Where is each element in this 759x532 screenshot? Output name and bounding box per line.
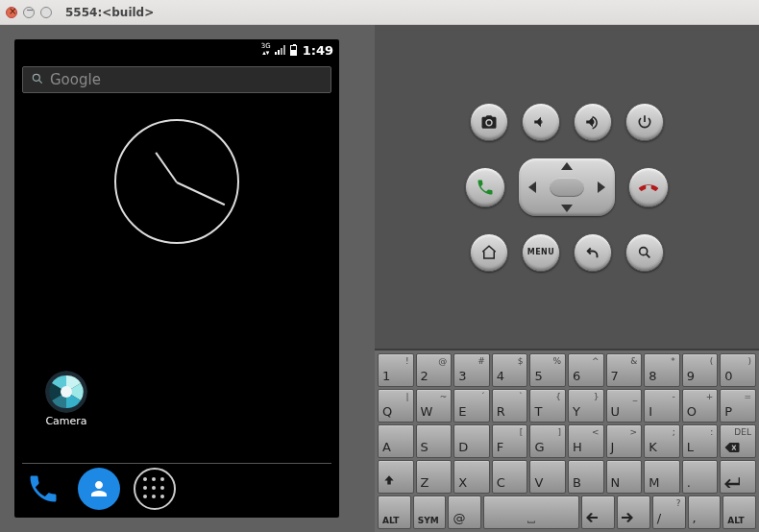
key-e[interactable]: E´ xyxy=(453,389,490,423)
key-j[interactable]: J> xyxy=(606,424,643,458)
end-call-button[interactable] xyxy=(628,167,669,207)
google-search-widget[interactable]: Google xyxy=(22,66,331,93)
key-c[interactable]: C xyxy=(492,460,528,494)
dpad-up[interactable] xyxy=(561,162,573,170)
analog-clock-widget[interactable] xyxy=(114,119,239,244)
emulator-frame: 3G▴▾ 1:49 Google xyxy=(0,25,375,532)
key-sym[interactable]: SYM xyxy=(413,496,447,529)
menu-button[interactable]: MENU xyxy=(522,233,560,272)
key-2[interactable]: 2@ xyxy=(416,353,453,387)
app-label: Camera xyxy=(45,415,87,427)
key-6[interactable]: 6^ xyxy=(568,353,604,387)
app-drawer-button[interactable] xyxy=(134,468,176,510)
emulator-side-panel: MENU 1!2@3#4$5%6^7&8*9(0) Q|W~E´R`T{Y}U_… xyxy=(375,25,759,532)
key-y[interactable]: Y} xyxy=(568,389,604,423)
dpad-right[interactable] xyxy=(598,181,605,193)
key-.[interactable]: . xyxy=(682,460,719,494)
dpad xyxy=(519,158,615,216)
svg-point-3 xyxy=(61,386,72,398)
network-type: 3G▴▾ xyxy=(261,43,271,57)
window-minimize-button[interactable] xyxy=(23,7,35,18)
key-f[interactable]: F[ xyxy=(492,424,528,458)
contacts-app[interactable] xyxy=(78,468,120,510)
key-4[interactable]: 4$ xyxy=(492,353,528,387)
key-b[interactable]: B xyxy=(568,460,604,494)
svg-line-1 xyxy=(38,80,41,83)
camera-icon xyxy=(45,371,87,413)
key-u[interactable]: U_ xyxy=(606,389,643,423)
key-/[interactable]: /? xyxy=(652,496,686,529)
key-z[interactable]: Z xyxy=(416,460,453,494)
key-n[interactable]: N xyxy=(606,460,643,494)
key-8[interactable]: 8* xyxy=(644,353,680,387)
call-button[interactable] xyxy=(465,167,505,207)
key-r[interactable]: R` xyxy=(492,389,528,423)
key-i[interactable]: I- xyxy=(644,389,680,423)
key-shift[interactable] xyxy=(378,460,414,494)
window-titlebar: 5554:<build> xyxy=(0,0,759,25)
key-l[interactable]: L: xyxy=(682,424,719,458)
key-x[interactable]: X xyxy=(453,460,490,494)
key-0[interactable]: 0) xyxy=(720,353,756,387)
volume-up-button[interactable] xyxy=(574,103,612,141)
svg-line-7 xyxy=(647,254,650,257)
window-title: 5554:<build> xyxy=(65,6,154,19)
hardware-buttons: MENU xyxy=(375,25,759,349)
key-9[interactable]: 9( xyxy=(682,353,719,387)
key-@[interactable]: @ xyxy=(448,496,481,529)
key-o[interactable]: O+ xyxy=(682,389,719,423)
key-3[interactable]: 3# xyxy=(453,353,490,387)
svg-point-6 xyxy=(640,247,648,254)
power-button[interactable] xyxy=(625,103,664,141)
status-bar[interactable]: 3G▴▾ 1:49 xyxy=(14,39,339,60)
status-time: 1:49 xyxy=(303,43,333,58)
search-button[interactable] xyxy=(625,233,664,272)
key-k[interactable]: K; xyxy=(644,424,680,458)
battery-icon xyxy=(290,45,297,56)
dpad-down[interactable] xyxy=(561,205,573,212)
key-space[interactable]: ⎵ xyxy=(483,496,579,529)
key-alt[interactable]: ALT xyxy=(722,496,756,529)
phone-app[interactable] xyxy=(22,468,64,510)
search-icon xyxy=(31,71,44,89)
key-1[interactable]: 1! xyxy=(378,353,414,387)
key-q[interactable]: Q| xyxy=(378,389,414,423)
minute-hand xyxy=(177,181,226,206)
key-delete[interactable]: DEL xyxy=(720,424,756,458)
key-d[interactable]: D xyxy=(453,424,490,458)
hardware-keyboard: 1!2@3#4$5%6^7&8*9(0) Q|W~E´R`T{Y}U_I-O+P… xyxy=(375,349,759,532)
dpad-left[interactable] xyxy=(528,181,536,193)
dock-divider xyxy=(22,463,331,464)
key-t[interactable]: T{ xyxy=(529,389,566,423)
key-v[interactable]: V xyxy=(529,460,566,494)
search-placeholder: Google xyxy=(50,71,101,88)
camera-app-shortcut[interactable]: Camera xyxy=(45,371,87,427)
volume-down-button[interactable] xyxy=(522,103,560,141)
key-enter[interactable] xyxy=(720,460,756,494)
device-screen[interactable]: 3G▴▾ 1:49 Google xyxy=(14,39,339,518)
key-7[interactable]: 7& xyxy=(606,353,643,387)
camera-button[interactable] xyxy=(470,103,508,141)
signal-icon xyxy=(275,45,286,55)
home-button[interactable] xyxy=(470,233,508,272)
hour-hand xyxy=(155,152,177,182)
clock-face xyxy=(114,119,239,244)
dpad-center[interactable] xyxy=(550,178,584,197)
key-a[interactable]: A xyxy=(378,424,414,458)
window-close-button[interactable] xyxy=(6,7,17,18)
svg-point-4 xyxy=(487,120,492,125)
key-alt[interactable]: ALT xyxy=(378,496,411,529)
key-w[interactable]: W~ xyxy=(416,389,453,423)
key-h[interactable]: H< xyxy=(568,424,604,458)
svg-point-0 xyxy=(33,74,39,81)
key-,[interactable]: , xyxy=(688,496,722,529)
key-p[interactable]: P= xyxy=(720,389,756,423)
key-5[interactable]: 5% xyxy=(529,353,566,387)
key-left[interactable] xyxy=(581,496,615,529)
key-m[interactable]: M xyxy=(644,460,680,494)
key-s[interactable]: S xyxy=(416,424,453,458)
key-g[interactable]: G] xyxy=(529,424,566,458)
back-button[interactable] xyxy=(574,233,612,272)
key-right[interactable] xyxy=(617,496,650,529)
window-maximize-button[interactable] xyxy=(40,7,52,18)
